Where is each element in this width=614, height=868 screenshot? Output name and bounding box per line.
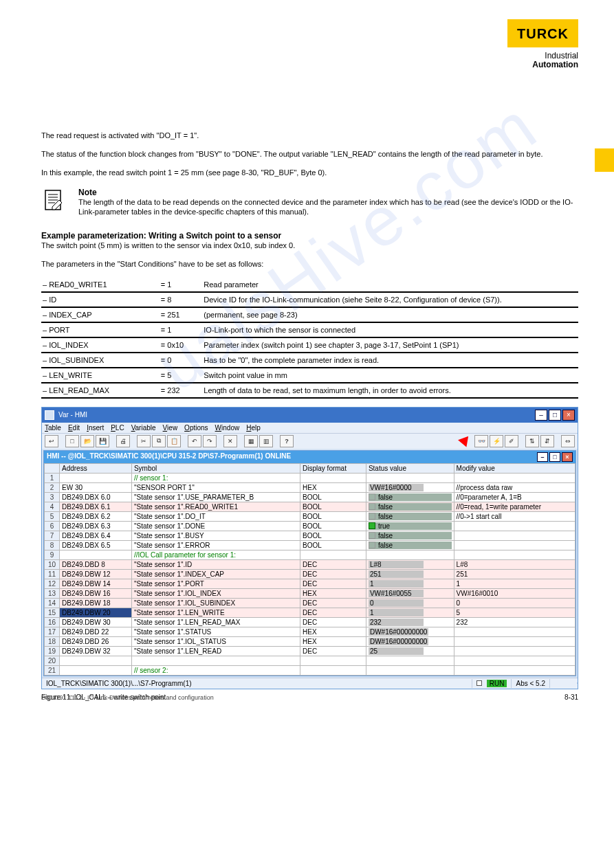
menu-item[interactable]: Variable <box>131 424 156 432</box>
table-row[interactable]: 1 // sensor 1: <box>45 473 575 482</box>
tool-cut-icon[interactable]: ✂ <box>137 435 151 447</box>
cell-address[interactable]: EW 30 <box>60 482 132 492</box>
cell-status-value[interactable]: 1 <box>366 608 454 617</box>
cell-symbol[interactable]: //IOL Call parameter for sensor 1: <box>131 550 300 559</box>
column-header[interactable]: Modify value <box>454 463 575 473</box>
cell-address[interactable] <box>60 656 132 665</box>
cell-status-value[interactable] <box>366 473 454 482</box>
cell-modify-value[interactable] <box>454 550 575 559</box>
table-row[interactable]: 8 DB249.DBX 6.5 "State sensor 1".ERROR B… <box>45 540 575 550</box>
cell-symbol[interactable]: "State sensor 1".IOL_STATUS <box>131 636 300 646</box>
tool-paste-icon[interactable]: 📋 <box>167 435 181 447</box>
table-row[interactable]: 6 DB249.DBX 6.3 "State sensor 1".DONE BO… <box>45 521 575 531</box>
table-row[interactable]: 20 <box>45 656 575 665</box>
table-row[interactable]: 16 DB249.DBW 30 "State sensor 1".LEN_REA… <box>45 617 575 627</box>
tool-back-icon[interactable]: ↩ <box>45 435 58 447</box>
tool-modify-icon[interactable]: ⚡ <box>490 435 503 447</box>
tool-sync2-icon[interactable]: ⇵ <box>540 435 554 447</box>
cell-format[interactable]: DEC <box>300 559 366 569</box>
cell-address[interactable] <box>60 665 132 675</box>
table-row[interactable]: 11 DB249.DBW 12 "State sensor 1".INDEX_C… <box>45 569 575 579</box>
column-header[interactable]: Symbol <box>131 463 300 473</box>
cell-format[interactable]: HEX <box>300 636 366 646</box>
tool-delete-icon[interactable]: ✕ <box>223 435 237 447</box>
table-row[interactable]: 21 // sensor 2: <box>45 665 575 675</box>
table-row[interactable]: 10 DB249.DBD 8 "State sensor 1".ID DEC L… <box>45 559 575 569</box>
table-row[interactable]: 12 DB249.DBW 14 "State sensor 1".PORT DE… <box>45 579 575 588</box>
cell-modify-value[interactable]: 1 <box>454 579 575 588</box>
cell-status-value[interactable]: false <box>366 531 454 540</box>
table-row[interactable]: 4 DB249.DBX 6.1 "State sensor 1".READ0_W… <box>45 502 575 511</box>
cell-modify-value[interactable] <box>454 665 575 675</box>
tool-col-icon[interactable]: ▥ <box>259 435 273 447</box>
table-row[interactable]: 15 DB249.DBW 20 "State sensor 1".LEN_WRI… <box>45 608 575 617</box>
tool-mod2-icon[interactable]: ✐ <box>505 435 518 447</box>
cell-symbol[interactable]: "State sensor 1".READ0_WRITE1 <box>131 502 300 511</box>
toolbar[interactable]: ↩ □ 📂 💾 🖨 ✂ ⧉ 📋 ↶ ↷ ✕ <box>42 433 578 449</box>
cell-status-value[interactable]: true <box>366 521 454 531</box>
column-header[interactable] <box>45 463 60 473</box>
cell-symbol[interactable]: "State sensor 1".BUSY <box>131 531 300 540</box>
tool-row-icon[interactable]: ▦ <box>244 435 258 447</box>
column-header[interactable]: Display format <box>300 463 366 473</box>
menu-item[interactable]: Edit <box>68 424 80 432</box>
menu-item[interactable]: PLC <box>111 424 124 432</box>
tool-link-icon[interactable]: ⇔ <box>561 435 575 447</box>
cell-status-value[interactable] <box>366 665 454 675</box>
cell-address[interactable]: DB249.DBX 6.2 <box>60 511 132 521</box>
cell-format[interactable] <box>300 473 366 482</box>
titlebar[interactable]: Var - HMI – □ × <box>42 408 578 423</box>
cell-symbol[interactable]: "State sensor 1".PORT <box>131 579 300 588</box>
menu-item[interactable]: Insert <box>87 424 104 432</box>
variable-table[interactable]: AddressSymbolDisplay formatStatus valueM… <box>44 463 575 676</box>
cell-symbol[interactable]: "State sensor 1".USE_PARAMETER_B <box>131 492 300 502</box>
cell-address[interactable]: DB249.DBX 6.1 <box>60 502 132 511</box>
tool-undo-icon[interactable]: ↶ <box>188 435 201 447</box>
cell-format[interactable]: DEC <box>300 569 366 579</box>
cell-format[interactable]: BOOL <box>300 521 366 531</box>
cell-modify-value[interactable]: L#8 <box>454 559 575 569</box>
cell-modify-value[interactable]: //0=parameter A, 1=B <box>454 492 575 502</box>
cell-format[interactable]: BOOL <box>300 492 366 502</box>
cell-format[interactable]: BOOL <box>300 511 366 521</box>
column-header[interactable]: Status value <box>366 463 454 473</box>
table-row[interactable]: 7 DB249.DBX 6.4 "State sensor 1".BUSY BO… <box>45 531 575 540</box>
table-row[interactable]: 19 DB249.DBW 32 "State sensor 1".LEN_REA… <box>45 646 575 656</box>
cell-modify-value[interactable]: 251 <box>454 569 575 579</box>
cell-symbol[interactable]: "State sensor 1".IOL_INDEX <box>131 588 300 598</box>
cell-modify-value[interactable]: VW#16#0010 <box>454 588 575 598</box>
cell-modify-value[interactable] <box>454 531 575 540</box>
cell-modify-value[interactable] <box>454 627 575 636</box>
inner-close-button[interactable]: × <box>562 452 573 462</box>
column-header[interactable]: Address <box>60 463 132 473</box>
cell-status-value[interactable]: DW#16#00000000 <box>366 627 454 636</box>
inner-minimize-button[interactable]: – <box>537 452 548 462</box>
cell-symbol[interactable]: "State sensor 1".LEN_READ <box>131 646 300 656</box>
cell-address[interactable]: DB249.DBW 14 <box>60 579 132 588</box>
cell-address[interactable]: DB249.DBW 12 <box>60 569 132 579</box>
cell-modify-value[interactable] <box>454 656 575 665</box>
variable-grid[interactable]: AddressSymbolDisplay formatStatus valueM… <box>44 463 575 676</box>
cell-symbol[interactable]: "State sensor 1".LEN_READ_MAX <box>131 617 300 627</box>
cell-modify-value[interactable] <box>454 473 575 482</box>
cell-address[interactable]: DB249.DBX 6.5 <box>60 540 132 550</box>
cell-status-value[interactable]: 1 <box>366 579 454 588</box>
cell-format[interactable]: DEC <box>300 617 366 627</box>
cell-modify-value[interactable]: //0->1 start call <box>454 511 575 521</box>
tool-print-icon[interactable]: 🖨 <box>116 435 130 447</box>
cell-symbol[interactable]: "State sensor 1".DONE <box>131 521 300 531</box>
cell-modify-value[interactable] <box>454 540 575 550</box>
cell-modify-value[interactable] <box>454 646 575 656</box>
close-button[interactable]: × <box>562 410 575 421</box>
cell-modify-value[interactable]: 232 <box>454 617 575 627</box>
cell-symbol[interactable]: "State sensor 1".INDEX_CAP <box>131 569 300 579</box>
cell-address[interactable]: DB249.DBX 6.3 <box>60 521 132 531</box>
cell-format[interactable] <box>300 665 366 675</box>
cell-address[interactable]: DB249.DBX 6.0 <box>60 492 132 502</box>
cell-format[interactable]: DEC <box>300 646 366 656</box>
cell-status-value[interactable]: DW#16#00000000 <box>366 636 454 646</box>
table-row[interactable]: 17 DB249.DBD 22 "State sensor 1".STATUS … <box>45 627 575 636</box>
table-row[interactable]: 9 //IOL Call parameter for sensor 1: <box>45 550 575 559</box>
cell-format[interactable]: DEC <box>300 598 366 608</box>
cell-format[interactable]: HEX <box>300 482 366 492</box>
